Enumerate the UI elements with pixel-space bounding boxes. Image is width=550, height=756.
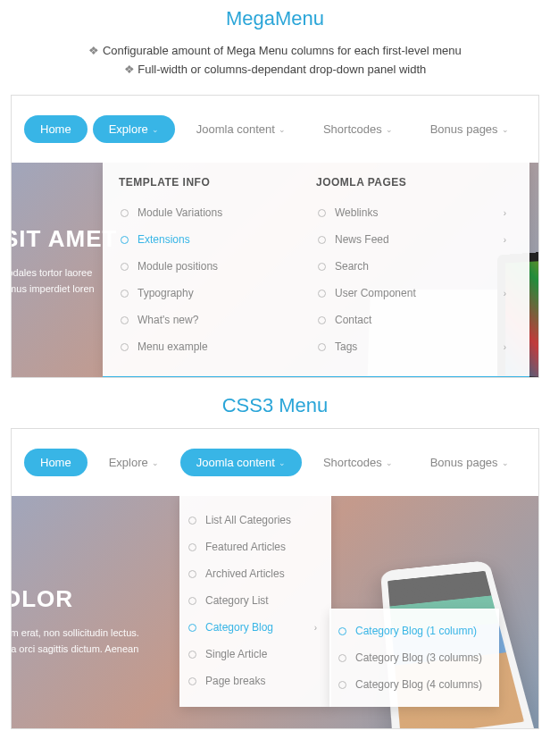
nav-shortcodes[interactable]: Shortcodes⌄ (307, 449, 409, 476)
menu-item[interactable]: Tags› (316, 333, 513, 360)
chevron-right-icon: › (504, 235, 506, 245)
nav-label: Joomla content (196, 456, 275, 469)
hero-heading: SIT AMET (11, 225, 117, 253)
mega-col-joomla: JOOMLA PAGES Weblinks› News Feed› Search… (316, 176, 513, 360)
nav-explore[interactable]: Explore⌄ (93, 449, 175, 476)
feature-list: Configurable amount of Mega Menu columns… (0, 38, 550, 91)
nav-joomla[interactable]: Joomla content⌄ (180, 449, 302, 476)
chevron-right-icon: › (504, 289, 506, 298)
nav-easyblog[interactable]: EasyBlog⌄ (530, 449, 539, 476)
menu-item-active[interactable]: Category Blog› (187, 614, 324, 641)
nav-home[interactable]: Home (24, 115, 88, 143)
hero-heading: OLOR (11, 585, 139, 613)
section-title-mega: MegaMenu (0, 0, 550, 38)
menu-item[interactable]: Archived Articles (187, 560, 324, 587)
chevron-down-icon: ⌄ (152, 125, 159, 134)
menu-label: User Component (335, 287, 416, 299)
menu-item-active[interactable]: Extensions (119, 226, 316, 253)
chevron-down-icon: ⌄ (279, 458, 286, 467)
menu-item[interactable]: Category Blog (3 columns) (337, 644, 492, 671)
menu-item[interactable]: Category List (187, 587, 324, 614)
menu-item[interactable]: User Component› (316, 280, 513, 307)
col-title: TEMPLATE INFO (119, 176, 316, 189)
menu-label: News Feed (335, 233, 389, 246)
nav-home[interactable]: Home (24, 449, 88, 476)
nav-label: Explore (109, 456, 148, 469)
feature-item: Full-width or columns-dependant drop-dow… (0, 60, 550, 79)
nav-label: Joomla content (196, 122, 275, 136)
hero-line: lum erat, non sollicitudin lectus. (11, 626, 139, 642)
mega-col-template: TEMPLATE INFO Module Variations Extensio… (119, 176, 316, 360)
menu-item[interactable]: What's new? (119, 307, 316, 333)
screenshot-css3: Home Explore⌄ Joomla content⌄ Shortcodes… (11, 428, 539, 729)
menu-label: Weblinks (335, 206, 378, 219)
submenu-panel: Category Blog (1 column) Category Blog (… (329, 609, 499, 707)
chevron-right-icon: › (504, 342, 506, 352)
menu-item[interactable]: List All Categories (187, 507, 324, 533)
menu-item[interactable]: Category Blog (4 columns) (337, 671, 492, 698)
chevron-down-icon: ⌄ (386, 125, 393, 134)
chevron-down-icon: ⌄ (386, 458, 393, 467)
chevron-right-icon: › (314, 623, 317, 633)
menu-item[interactable]: Search (316, 253, 513, 280)
menu-item[interactable]: Menu example (119, 333, 316, 360)
menu-label: Search (335, 260, 369, 273)
nav-explore[interactable]: Explore⌄ (93, 115, 175, 143)
menu-item-active[interactable]: Category Blog (1 column) (337, 617, 492, 644)
chevron-down-icon: ⌄ (502, 458, 509, 467)
nav-shortcodes[interactable]: Shortcodes⌄ (307, 115, 409, 143)
nav-label: Bonus pages (430, 456, 498, 469)
menu-item[interactable]: Typography (119, 280, 316, 307)
chevron-down-icon: ⌄ (279, 125, 286, 134)
hero-line: sodales tortor laoree (11, 265, 117, 281)
hero-text: OLOR lum erat, non sollicitudin lectus. … (11, 585, 139, 657)
nav-label: Explore (109, 122, 148, 136)
mega-dropdown: TEMPLATE INFO Module Variations Extensio… (103, 161, 529, 378)
chevron-down-icon: ⌄ (152, 458, 159, 467)
chevron-right-icon: › (504, 208, 506, 218)
menu-item[interactable]: Module Variations (119, 199, 316, 226)
nav-label: Shortcodes (323, 456, 382, 469)
nav-bar: Home Explore⌄ Joomla content⌄ Shortcodes… (12, 429, 538, 496)
menu-item[interactable]: Module positions (119, 253, 316, 280)
section-title-css3: CSS3 Menu (0, 387, 550, 424)
menu-label: Tags (335, 340, 357, 353)
menu-label: Category Blog (205, 621, 273, 634)
nav-label: Shortcodes (323, 122, 382, 136)
hero-text: SIT AMET sodales tortor laoree amus impe… (11, 225, 117, 297)
nav-bonus[interactable]: Bonus pages⌄ (414, 449, 525, 476)
menu-item[interactable]: News Feed› (316, 226, 513, 253)
nav-bonus[interactable]: Bonus pages⌄ (414, 115, 525, 143)
nav-label: Bonus pages (430, 122, 498, 136)
menu-item[interactable]: Contact (316, 307, 513, 333)
screenshot-mega: Home Explore⌄ Joomla content⌄ Shortcodes… (11, 95, 539, 378)
chevron-down-icon: ⌄ (502, 125, 509, 134)
hero-area: SIT AMET sodales tortor laoree amus impe… (12, 163, 538, 377)
menu-item[interactable]: Featured Articles (187, 533, 324, 560)
col-title: JOOMLA PAGES (316, 176, 513, 189)
hero-line: amus imperdiet loren (11, 281, 117, 298)
menu-item[interactable]: Single Article (187, 641, 324, 668)
menu-item[interactable]: Weblinks› (316, 199, 513, 226)
menu-item[interactable]: Page breaks (187, 668, 324, 694)
menu-label: Contact (335, 314, 371, 326)
nav-easyblog[interactable]: EasyBlog⌄ (530, 115, 539, 143)
nav-bar: Home Explore⌄ Joomla content⌄ Shortcodes… (12, 96, 538, 163)
feature-item: Configurable amount of Mega Menu columns… (0, 41, 550, 60)
dropdown-panel: List All Categories Featured Articles Ar… (179, 494, 331, 707)
nav-joomla[interactable]: Joomla content⌄ (180, 115, 302, 143)
hero-line: n a orci sagittis dictum. Aenean (11, 642, 139, 658)
hero-area: OLOR lum erat, non sollicitudin lectus. … (12, 496, 538, 728)
